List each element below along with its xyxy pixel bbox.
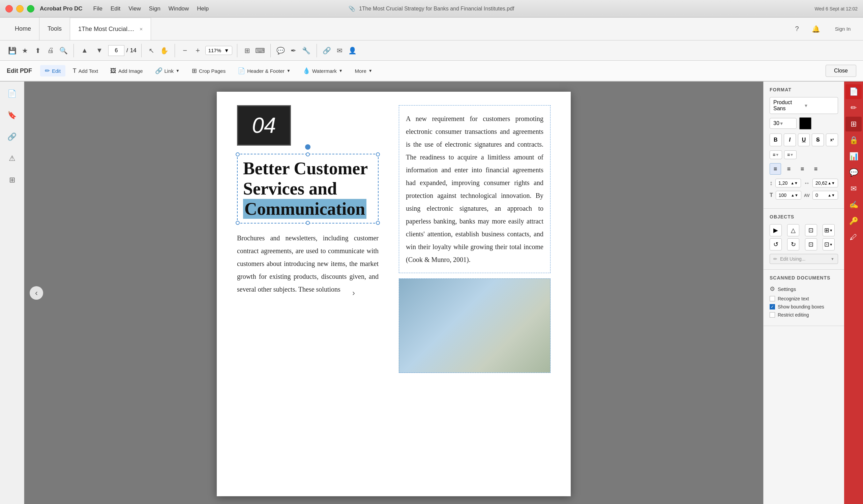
tab-close-icon[interactable]: ×: [140, 26, 142, 33]
minimize-button[interactable]: [16, 5, 24, 12]
mail-icon[interactable]: ✉: [334, 45, 345, 56]
strip-pdf-icon[interactable]: 📄: [846, 84, 862, 99]
add-text-button[interactable]: T Add Text: [68, 65, 103, 77]
menu-sign[interactable]: Sign: [149, 5, 161, 12]
sidebar-layers-icon[interactable]: ⊞: [5, 173, 19, 187]
italic-button[interactable]: I: [784, 134, 796, 146]
settings-row[interactable]: ⚙ Settings: [770, 285, 838, 293]
link-create-icon[interactable]: 🔗: [322, 45, 333, 56]
strip-edit-icon[interactable]: ✏: [846, 100, 862, 115]
show-bounding-row[interactable]: ✓ Show bounding boxes: [770, 304, 838, 310]
handle-tl[interactable]: [236, 152, 240, 156]
superscript-button[interactable]: x²: [826, 134, 838, 146]
menu-view[interactable]: View: [128, 5, 141, 12]
watermark-button[interactable]: 💧 Watermark ▼: [298, 65, 348, 77]
zoom-input[interactable]: 117% ▼: [205, 46, 232, 55]
save-icon[interactable]: 💾: [7, 45, 17, 56]
add-image-button[interactable]: 🖼 Add Image: [105, 65, 148, 77]
obj-redo-button[interactable]: ↻: [787, 238, 799, 251]
page-number-input[interactable]: [108, 45, 124, 56]
close-button[interactable]: Close: [826, 65, 856, 77]
line-spacing-input[interactable]: 1,20 ▲▼: [775, 179, 801, 187]
strip-organize-icon[interactable]: ⊞: [846, 117, 862, 131]
zoom-out-button[interactable]: −: [180, 45, 190, 56]
strip-comment-icon[interactable]: 💬: [846, 165, 862, 180]
obj-undo-button[interactable]: ↺: [770, 238, 782, 251]
tab-tools[interactable]: Tools: [39, 17, 70, 40]
more-button[interactable]: More ▼: [350, 66, 377, 76]
numbered-list-button[interactable]: ≡▼: [784, 150, 797, 159]
prev-page-arrow[interactable]: ‹: [30, 286, 43, 300]
notification-button[interactable]: 🔔: [810, 24, 821, 34]
align-center-button[interactable]: ≡: [783, 163, 795, 175]
recognize-text-checkbox[interactable]: [770, 296, 775, 301]
menu-help[interactable]: Help: [197, 5, 209, 12]
link-button[interactable]: 🔗 Link ▼: [150, 65, 184, 77]
prev-page-button[interactable]: ▲: [78, 45, 91, 56]
edit-button[interactable]: ✏ Edit: [40, 65, 65, 77]
kerning-input[interactable]: 0 ▲▼: [812, 191, 838, 200]
print-icon[interactable]: 🖨: [45, 45, 56, 56]
strip-mail-icon[interactable]: ✉: [846, 181, 862, 196]
obj-triangle-button[interactable]: △: [787, 224, 799, 236]
crop-view-icon[interactable]: ⊞: [242, 45, 253, 56]
char-spacing-input[interactable]: 20,62 ▲▼: [812, 179, 838, 187]
strip-key-icon[interactable]: 🔑: [846, 214, 862, 229]
edit-using-row[interactable]: ✏ Edit Using... ▼: [770, 254, 838, 264]
menu-edit[interactable]: Edit: [111, 5, 120, 12]
crop-pages-button[interactable]: ⊞ Crop Pages: [187, 65, 230, 77]
menu-file[interactable]: File: [93, 5, 102, 12]
obj-paste-button[interactable]: ⊡▼: [823, 238, 835, 251]
handle-bm[interactable]: [306, 221, 310, 225]
bold-button[interactable]: B: [770, 134, 782, 146]
sidebar-warning-icon[interactable]: ⚠: [5, 152, 19, 165]
tools-icon[interactable]: 🔧: [301, 45, 312, 56]
maximize-button[interactable]: [27, 5, 34, 12]
pen-tool-icon[interactable]: ✒: [288, 45, 299, 56]
header-footer-button[interactable]: 📄 Header & Footer ▼: [233, 65, 295, 77]
handle-bl[interactable]: [236, 221, 240, 225]
obj-transform-button[interactable]: ⊡: [805, 224, 817, 236]
pdf-area[interactable]: ‹ 04: [24, 81, 763, 504]
help-button[interactable]: ?: [791, 24, 802, 34]
comment-icon[interactable]: 💬: [275, 45, 286, 56]
strip-pen-icon[interactable]: 🖊: [846, 230, 862, 245]
zoom-in-button[interactable]: +: [192, 45, 203, 56]
strip-export-icon[interactable]: 📊: [846, 149, 862, 164]
bullet-list-button[interactable]: ≡▼: [770, 150, 782, 159]
bookmark-icon[interactable]: ★: [20, 45, 30, 56]
handle-tr[interactable]: [376, 152, 380, 156]
recognize-text-row[interactable]: Recognize text: [770, 296, 838, 301]
sidebar-pages-icon[interactable]: 📄: [5, 87, 19, 100]
keyboard-icon[interactable]: ⌨: [255, 45, 266, 56]
underline-button[interactable]: U: [798, 134, 810, 146]
align-right-button[interactable]: ≡: [797, 163, 808, 175]
align-justify-button[interactable]: ≡: [810, 163, 822, 175]
strip-sign-icon[interactable]: ✍: [846, 198, 862, 212]
obj-move-button[interactable]: ▶: [770, 224, 782, 236]
restrict-editing-checkbox[interactable]: [770, 312, 775, 318]
upload-icon[interactable]: ⬆: [32, 45, 43, 56]
person-icon[interactable]: 👤: [347, 45, 358, 56]
heading-text-box[interactable]: Better Customer Services and Communicati…: [237, 154, 378, 224]
obj-align-button[interactable]: ⊞▼: [823, 224, 835, 236]
next-page-button[interactable]: ▼: [93, 45, 105, 56]
size-dropdown[interactable]: 30 ▼: [770, 118, 797, 129]
handle-br[interactable]: [376, 221, 380, 225]
next-page-arrow[interactable]: ›: [347, 286, 360, 300]
text-size-input[interactable]: 100 ▲▼: [776, 191, 801, 200]
tab-home[interactable]: Home: [7, 17, 39, 40]
align-left-button[interactable]: ≡: [770, 163, 781, 175]
rotate-handle[interactable]: [305, 144, 311, 150]
obj-copy-button[interactable]: ⊡: [805, 238, 817, 251]
font-dropdown[interactable]: Product Sans ▼: [770, 97, 838, 114]
strip-protect-icon[interactable]: 🔒: [846, 133, 862, 148]
strikethrough-button[interactable]: S: [812, 134, 824, 146]
show-bounding-checkbox[interactable]: ✓: [770, 304, 775, 310]
sidebar-bookmarks-icon[interactable]: 🔖: [5, 109, 19, 122]
hand-tool-icon[interactable]: ✋: [159, 45, 170, 56]
sign-in-button[interactable]: Sign In: [829, 24, 856, 34]
color-picker[interactable]: [799, 117, 811, 129]
tab-document[interactable]: 1The Most Crucial.... ×: [70, 17, 151, 40]
right-text-box[interactable]: A new requirement for customers promotin…: [399, 105, 550, 273]
